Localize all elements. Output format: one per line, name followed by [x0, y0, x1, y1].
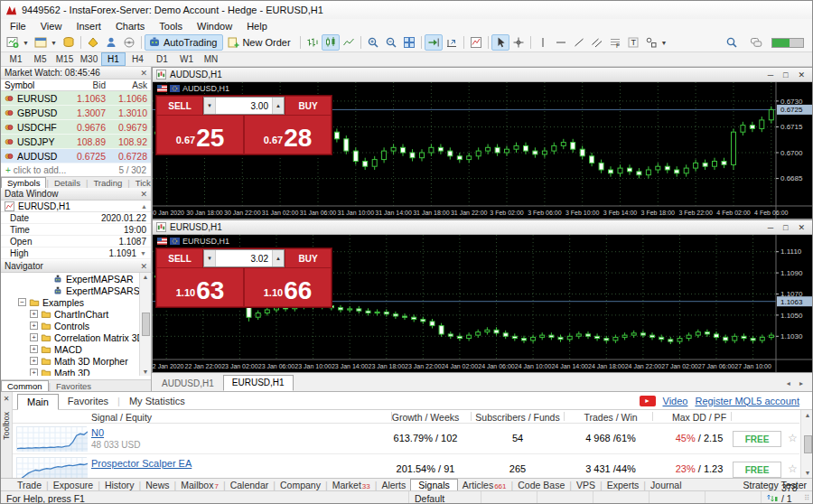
collapse-icon[interactable]: −: [18, 298, 26, 306]
chart-tab-audusd-h1[interactable]: AUDUSD,H1: [154, 377, 222, 391]
navigator-item-chartinchart[interactable]: +ChartInChart: [1, 308, 139, 320]
timeframe-w1[interactable]: W1: [174, 52, 199, 66]
expand-icon[interactable]: +: [30, 345, 38, 353]
expand-icon[interactable]: +: [30, 369, 38, 376]
expand-icon[interactable]: +: [30, 322, 38, 330]
scroll-up-icon[interactable]: ▲: [805, 412, 811, 418]
favorite-star-icon[interactable]: ☆: [788, 432, 798, 444]
free-button[interactable]: FREE: [733, 462, 781, 478]
strategy-tester-label[interactable]: Strategy Tester: [743, 480, 813, 490]
chevron-down-icon[interactable]: ▼: [23, 40, 29, 46]
register-mql5-link[interactable]: Register MQL5 account: [695, 396, 799, 406]
buy-button[interactable]: BUY: [285, 97, 331, 115]
navigator-header[interactable]: Navigator ✕: [1, 260, 151, 273]
navigator-item-expertmapsar[interactable]: ExpertMAPSAR: [1, 273, 139, 285]
buy-price[interactable]: 1.1066: [245, 268, 331, 306]
menu-view[interactable]: View: [33, 20, 70, 33]
fibonacci-button[interactable]: F: [606, 34, 624, 51]
volume-increase-icon[interactable]: ▲: [272, 250, 284, 266]
favorite-star-icon[interactable]: ☆: [788, 462, 798, 475]
auto-scroll-button[interactable]: [425, 34, 443, 51]
column-header-trades-win[interactable]: Trades / Win: [565, 412, 656, 423]
menu-insert[interactable]: Insert: [69, 20, 108, 33]
free-button[interactable]: FREE: [733, 431, 781, 447]
scroll-down-icon[interactable]: ▼: [140, 250, 146, 257]
menu-charts[interactable]: Charts: [108, 20, 152, 33]
market-watch-row[interactable]: GBPUSD1.30071.3010: [1, 106, 151, 120]
resize-grip[interactable]: ⠿: [804, 494, 810, 502]
tab-symbols[interactable]: Symbols: [1, 177, 46, 188]
market-watch-row[interactable]: USDJPY108.89108.92: [1, 135, 151, 149]
scroll-down-icon[interactable]: ▼: [805, 470, 811, 476]
scroll-up-icon[interactable]: ▲: [141, 203, 147, 210]
menu-window[interactable]: Window: [190, 20, 239, 33]
tab-trading[interactable]: Trading: [88, 177, 127, 188]
menu-help[interactable]: Help: [239, 20, 275, 33]
click-to-add[interactable]: click to add...: [14, 165, 66, 175]
community-button[interactable]: [102, 34, 120, 51]
new-order-button[interactable]: New Order: [223, 34, 296, 51]
tab-common[interactable]: Common: [1, 380, 49, 391]
market-watch-row[interactable]: EURUSD1.10631.1066: [1, 91, 151, 106]
data-folder-button[interactable]: [60, 34, 78, 51]
market-watch-footer[interactable]: + click to add... 5 / 302: [1, 163, 151, 176]
cursor-button[interactable]: [491, 34, 509, 51]
signals-tab-main[interactable]: Main: [17, 394, 59, 410]
toolbox-tab-alerts[interactable]: Alerts: [377, 480, 410, 490]
crosshair-button[interactable]: [509, 34, 528, 51]
column-header-growth-weeks[interactable]: Growth / Weeks: [380, 412, 471, 423]
toolbox-tab-articles[interactable]: Articles661: [458, 480, 511, 490]
signal-name-link[interactable]: N0: [91, 427, 104, 438]
expand-icon[interactable]: +: [30, 357, 38, 365]
sell-button[interactable]: SELL: [157, 97, 202, 115]
profiles-button[interactable]: ▼: [32, 34, 60, 51]
navigator-scrollbar[interactable]: ▲ ▼: [139, 273, 151, 376]
column-symbol[interactable]: Symbol: [5, 80, 64, 90]
toolbox-tab-history[interactable]: History: [100, 480, 139, 490]
signals-tab-my-statistics[interactable]: My Statistics: [120, 394, 194, 408]
column-header-subscribers-funds[interactable]: Subscribers / Funds: [472, 412, 563, 423]
status-profile[interactable]: Default: [409, 491, 481, 504]
toolbox-tab-exposure[interactable]: Exposure: [49, 480, 98, 490]
zoom-in-button[interactable]: [364, 34, 382, 51]
autotrading-button[interactable]: AutoTrading: [145, 34, 224, 51]
navigator-item-expertmapsarsizeoptim[interactable]: ExpertMAPSARSizeOptim: [1, 285, 139, 296]
add-symbol-icon[interactable]: +: [5, 165, 11, 175]
chart-window-titlebar[interactable]: AUDUSD,H1─□✕: [153, 68, 813, 82]
signals-scrollbar[interactable]: ▲ ▼: [800, 410, 813, 478]
timeframe-m5[interactable]: M5: [28, 52, 52, 66]
chart-area[interactable]: 0.67300.67150.67000.66850.672530 Jan 202…: [153, 82, 813, 219]
close-icon[interactable]: ✕: [4, 395, 10, 403]
market-watch-row[interactable]: AUDUSD0.67250.6728: [1, 149, 151, 163]
sell-button[interactable]: SELL: [157, 249, 202, 267]
timeframe-m30[interactable]: M30: [77, 52, 101, 66]
volume-decrease-icon[interactable]: ▼: [204, 250, 216, 266]
maximize-button[interactable]: □: [783, 70, 788, 79]
toolbox-tab-company[interactable]: Company: [276, 480, 325, 490]
chat-button[interactable]: [747, 34, 765, 51]
close-button[interactable]: ✕: [798, 70, 805, 79]
column-bid[interactable]: Bid: [64, 80, 106, 90]
text-label-button[interactable]: T: [624, 34, 642, 51]
volume-stepper[interactable]: ▼3.00▲: [203, 97, 285, 115]
close-icon[interactable]: ✕: [140, 262, 147, 271]
navigator-item-math-3d[interactable]: +Math 3D: [1, 367, 139, 376]
webterminal-button[interactable]: [120, 34, 138, 51]
chart-window-titlebar[interactable]: EURUSD,H1─□✕: [153, 220, 813, 235]
sell-price[interactable]: 1.1063: [157, 268, 243, 306]
market-watch-row[interactable]: USDCHF0.96760.9679: [1, 120, 151, 135]
scrollbar-thumb[interactable]: [804, 435, 812, 453]
tab-favorites[interactable]: Favorites: [51, 380, 97, 391]
tab-details[interactable]: Details: [49, 177, 86, 188]
chart-tab-eurusd-h1[interactable]: EURUSD,H1: [223, 375, 294, 391]
navigator-item-controls[interactable]: +Controls: [1, 320, 139, 331]
video-link[interactable]: Video: [663, 396, 688, 406]
maximize-button[interactable]: □: [783, 223, 788, 232]
horizontal-line-button[interactable]: [552, 34, 570, 51]
navigator-item-examples[interactable]: −Examples: [1, 296, 139, 308]
vertical-line-button[interactable]: [534, 34, 552, 51]
price-alert-button[interactable]: [84, 34, 102, 51]
column-ask[interactable]: Ask: [106, 80, 147, 90]
chevron-down-icon[interactable]: ▼: [51, 40, 57, 46]
navigator-item-macd[interactable]: +MACD: [1, 343, 139, 355]
